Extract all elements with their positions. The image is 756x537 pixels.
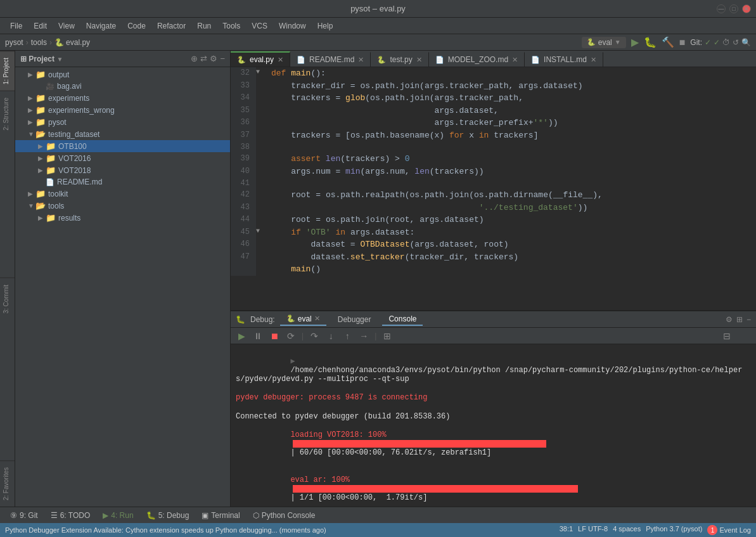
md-icon: 📄 bbox=[297, 56, 305, 64]
debug-line-4: Connected to pydev debugger (build 201.8… bbox=[236, 412, 751, 421]
bottom-terminal-btn[interactable]: ▣ Terminal bbox=[196, 510, 245, 521]
tree-item-OTB100[interactable]: ▶ 📁 OTB100 bbox=[15, 140, 230, 152]
code-line-47: 47 dataset.set_tracker(tracker_dir, trac… bbox=[231, 251, 756, 264]
menu-navigate[interactable]: Navigate bbox=[81, 20, 121, 32]
code-editor[interactable]: 32 ▼ def main(): 33 tracker_dir = os.pat… bbox=[231, 67, 756, 310]
tab-install-md[interactable]: 📄 INSTALL.md ✕ bbox=[525, 52, 603, 67]
code-line-34: 34 trackers = glob(os.path.join(args.tra… bbox=[231, 92, 756, 105]
bottom-python-console-btn[interactable]: ⬡ Python Console bbox=[248, 510, 321, 521]
tab-readme-md[interactable]: 📄 README.md ✕ bbox=[290, 52, 371, 67]
build-button[interactable]: 🔨 bbox=[662, 36, 674, 48]
menu-refactor[interactable]: Refactor bbox=[152, 20, 191, 32]
tree-item-bag-avi[interactable]: 🎥 bag.avi bbox=[15, 81, 230, 92]
tree-item-testing-dataset[interactable]: ▼ 📂 testing_dataset bbox=[15, 128, 230, 140]
status-encoding: LF UTF-8 bbox=[578, 525, 608, 535]
run-button[interactable]: ▶ bbox=[631, 36, 639, 48]
chevron-right-icon: ▶ bbox=[38, 155, 44, 162]
menu-run[interactable]: Run bbox=[192, 20, 216, 32]
tree-item-VOT2018[interactable]: ▶ 📁 VOT2018 bbox=[15, 164, 230, 176]
debug-settings-icon[interactable]: ⚙ bbox=[726, 315, 733, 324]
code-line-36: 36 args.tracker_prefix+'*')) bbox=[231, 117, 756, 129]
bottom-todo-btn[interactable]: ☰ 6: TODO bbox=[46, 510, 96, 521]
tree-item-pysot[interactable]: ▶ 📁 pysot bbox=[15, 116, 230, 128]
git-history-icon[interactable]: ⏱ bbox=[722, 38, 730, 47]
maximize-button[interactable]: □ bbox=[729, 4, 738, 13]
dbg-resume-btn[interactable]: ▶ bbox=[234, 329, 248, 343]
tree-item-readme-md[interactable]: 📄 README.md bbox=[15, 176, 230, 188]
code-line-44: 44 root = os.path.join(root, args.datase… bbox=[231, 214, 756, 226]
menu-tools[interactable]: Tools bbox=[217, 20, 245, 32]
breadcrumb-tools[interactable]: tools bbox=[31, 38, 47, 47]
debug-output[interactable]: ▶ /home/chenhong/anaconda3/envs/pysot/bi… bbox=[231, 344, 756, 507]
tab-debugger[interactable]: Debugger bbox=[331, 314, 378, 325]
code-line-35: 35 args.dataset, bbox=[231, 105, 756, 117]
menu-window[interactable]: Window bbox=[274, 20, 311, 32]
sync-icon[interactable]: ⇄ bbox=[200, 54, 207, 63]
menu-help[interactable]: Help bbox=[312, 20, 338, 32]
breadcrumb-pysot[interactable]: pysot bbox=[5, 38, 23, 47]
dbg-pause-btn[interactable]: ⏸ bbox=[251, 329, 265, 343]
vtab-structure[interactable]: 2: Structure bbox=[0, 91, 15, 137]
close-eval-tab[interactable]: ✕ bbox=[278, 56, 283, 64]
menu-vcs[interactable]: VCS bbox=[247, 20, 272, 32]
tree-item-output[interactable]: ▶ 📁 output bbox=[15, 68, 230, 81]
status-event-log[interactable]: 1 Event Log bbox=[707, 525, 751, 535]
settings-icon[interactable]: ⚙ bbox=[210, 54, 217, 63]
dbg-rerun-btn[interactable]: ⟳ bbox=[284, 329, 298, 343]
tab-eval-py[interactable]: 🐍 eval.py ✕ bbox=[231, 51, 290, 67]
debug-expand-icon[interactable]: ⊞ bbox=[736, 315, 743, 324]
dbg-stepout-btn[interactable]: ↑ bbox=[340, 329, 354, 343]
progress-eval-ar bbox=[293, 485, 578, 493]
tree-item-experiments[interactable]: ▶ 📁 experiments bbox=[15, 92, 230, 104]
add-icon[interactable]: ⊕ bbox=[191, 54, 198, 63]
minimize-button[interactable]: — bbox=[717, 4, 726, 13]
dbg-stop-btn[interactable]: ⏹ bbox=[267, 329, 281, 343]
project-panel: ⊞ Project ▼ ⊕ ⇄ ⚙ − ▶ 📁 output bbox=[15, 51, 231, 507]
tab-test-py[interactable]: 🐍 test.py ✕ bbox=[371, 52, 428, 67]
status-bar: Python Debugger Extension Available: Cyt… bbox=[0, 523, 756, 537]
vtab-project[interactable]: 1: Project bbox=[0, 51, 15, 91]
window-controls[interactable]: — □ ✕ bbox=[717, 4, 751, 13]
git-revert-icon[interactable]: ↺ bbox=[733, 38, 739, 47]
tree-item-VOT2016[interactable]: ▶ 📁 VOT2016 bbox=[15, 152, 230, 164]
py-icon: 🐍 bbox=[237, 56, 246, 64]
debug-button[interactable]: 🐛 bbox=[644, 36, 657, 48]
stop-button[interactable]: ■ bbox=[679, 37, 686, 48]
chevron-right-icon: ▶ bbox=[28, 190, 34, 197]
dbg-stepover-btn[interactable]: ↷ bbox=[307, 329, 321, 343]
project-panel-controls[interactable]: ⊕ ⇄ ⚙ − bbox=[191, 54, 225, 63]
close-readme-tab[interactable]: ✕ bbox=[358, 56, 364, 64]
bottom-run-btn[interactable]: ▶ 4: Run bbox=[98, 510, 138, 521]
close-test-tab[interactable]: ✕ bbox=[416, 56, 422, 64]
run-config-dropdown[interactable]: 🐍 eval ▼ bbox=[582, 37, 626, 48]
dbg-viewbp-btn[interactable]: ⊞ bbox=[380, 329, 394, 343]
vtab-commit[interactable]: 3: Commit bbox=[0, 278, 15, 320]
bottom-git-btn[interactable]: ⑨ 9: Git bbox=[5, 510, 43, 521]
tree-item-tools[interactable]: ▼ 📂 tools bbox=[15, 200, 230, 212]
tree-item-toolkit[interactable]: ▶ 📁 toolkit bbox=[15, 188, 230, 200]
breadcrumb-eval-py[interactable]: 🐍eval.py bbox=[54, 38, 90, 47]
menu-code[interactable]: Code bbox=[122, 20, 151, 32]
close-button[interactable]: ✕ bbox=[742, 4, 751, 13]
tree-item-experiments-wrong[interactable]: ▶ 📁 experiments_wrong bbox=[15, 104, 230, 116]
vtab-favorites[interactable]: 2: Favorites bbox=[0, 460, 15, 507]
git-check2-icon[interactable]: ✓ bbox=[714, 38, 720, 47]
dbg-stepinto-btn[interactable]: ↓ bbox=[324, 329, 338, 343]
tree-item-results[interactable]: ▶ 📁 results bbox=[15, 212, 230, 224]
toolbar-right: 🐍 eval ▼ ▶ 🐛 🔨 ■ Git: ✓ ✓ ⏱ ↺ 🔍 bbox=[582, 36, 751, 48]
tab-model-zoo-md[interactable]: 📄 MODEL_ZOO.md ✕ bbox=[429, 52, 525, 67]
file-tree: ▶ 📁 output 🎥 bag.avi ▶ 📁 experiments bbox=[15, 67, 230, 507]
git-search-icon[interactable]: 🔍 bbox=[741, 38, 751, 47]
git-check-icon[interactable]: ✓ bbox=[705, 38, 711, 47]
menu-file[interactable]: File bbox=[5, 20, 27, 32]
debug-minimize-icon[interactable]: − bbox=[746, 315, 751, 324]
dbg-console-icon[interactable]: ⊟ bbox=[723, 331, 731, 341]
collapse-icon[interactable]: − bbox=[220, 54, 225, 63]
close-install-tab[interactable]: ✕ bbox=[591, 56, 596, 64]
dbg-runtocursor-btn[interactable]: → bbox=[357, 329, 371, 343]
menu-view[interactable]: View bbox=[53, 20, 80, 32]
menu-edit[interactable]: Edit bbox=[29, 20, 52, 32]
tab-console[interactable]: Console bbox=[382, 313, 423, 326]
bottom-debug-btn[interactable]: 🐛 5: Debug bbox=[141, 510, 195, 521]
close-modelzoo-tab[interactable]: ✕ bbox=[512, 56, 518, 64]
